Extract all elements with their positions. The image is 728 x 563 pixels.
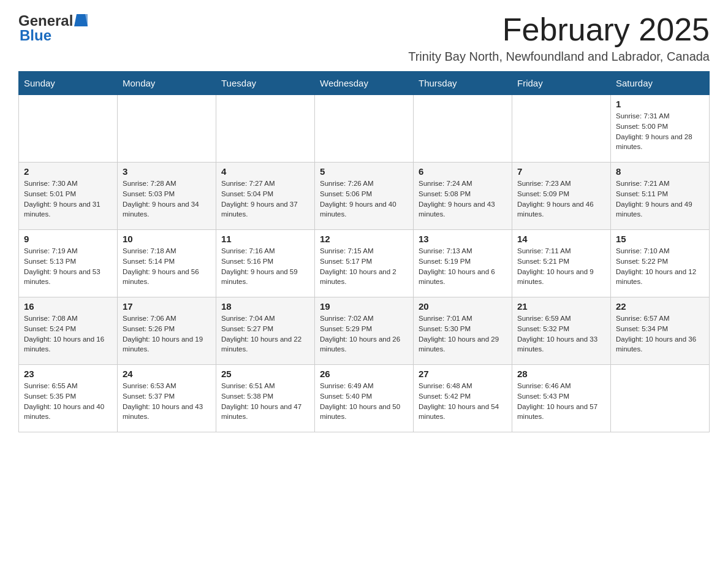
day-info: Sunrise: 7:27 AMSunset: 5:04 PMDaylight:… [221, 178, 309, 220]
column-header-saturday: Saturday [611, 72, 710, 95]
day-info: Sunrise: 7:10 AMSunset: 5:22 PMDaylight:… [616, 246, 704, 287]
day-number: 12 [320, 234, 408, 244]
calendar-cell: 28Sunrise: 6:46 AMSunset: 5:43 PMDayligh… [512, 365, 611, 432]
day-number: 23 [24, 369, 112, 379]
main-title: February 2025 [408, 12, 710, 47]
day-info: Sunrise: 6:48 AMSunset: 5:42 PMDaylight:… [419, 381, 507, 422]
calendar-cell: 20Sunrise: 7:01 AMSunset: 5:30 PMDayligh… [414, 297, 512, 365]
day-number: 22 [616, 301, 704, 312]
day-info: Sunrise: 6:46 AMSunset: 5:43 PMDaylight:… [517, 381, 605, 422]
logo-blue-text: Blue [18, 27, 51, 44]
calendar-cell: 2Sunrise: 7:30 AMSunset: 5:01 PMDaylight… [19, 163, 118, 230]
day-info: Sunrise: 6:59 AMSunset: 5:32 PMDaylight:… [517, 313, 605, 354]
calendar-cell: 6Sunrise: 7:24 AMSunset: 5:08 PMDaylight… [414, 163, 512, 230]
calendar-cell: 22Sunrise: 6:57 AMSunset: 5:34 PMDayligh… [611, 297, 710, 365]
calendar-cell [216, 95, 315, 163]
column-header-friday: Friday [512, 72, 611, 95]
title-section: February 2025 Trinity Bay North, Newfoun… [408, 12, 710, 64]
subtitle: Trinity Bay North, Newfoundland and Labr… [408, 50, 710, 64]
calendar-table: SundayMondayTuesdayWednesdayThursdayFrid… [18, 71, 710, 432]
day-number: 5 [320, 166, 408, 177]
calendar-cell [315, 95, 414, 163]
day-info: Sunrise: 7:24 AMSunset: 5:08 PMDaylight:… [419, 178, 507, 220]
day-info: Sunrise: 6:55 AMSunset: 5:35 PMDaylight:… [24, 381, 112, 422]
calendar-cell: 17Sunrise: 7:06 AMSunset: 5:26 PMDayligh… [118, 297, 216, 365]
day-info: Sunrise: 7:28 AMSunset: 5:03 PMDaylight:… [123, 178, 211, 220]
calendar-week-row: 16Sunrise: 7:08 AMSunset: 5:24 PMDayligh… [19, 297, 710, 365]
day-info: Sunrise: 7:21 AMSunset: 5:11 PMDaylight:… [616, 178, 704, 220]
day-info: Sunrise: 7:06 AMSunset: 5:26 PMDaylight:… [123, 313, 211, 354]
calendar-cell: 11Sunrise: 7:16 AMSunset: 5:16 PMDayligh… [216, 230, 315, 297]
calendar-cell: 7Sunrise: 7:23 AMSunset: 5:09 PMDaylight… [512, 163, 611, 230]
calendar-week-row: 9Sunrise: 7:19 AMSunset: 5:13 PMDaylight… [19, 230, 710, 297]
logo: General Blue [18, 12, 88, 44]
day-info: Sunrise: 7:04 AMSunset: 5:27 PMDaylight:… [221, 313, 309, 354]
column-header-thursday: Thursday [414, 72, 512, 95]
day-number: 8 [616, 166, 704, 177]
calendar-week-row: 2Sunrise: 7:30 AMSunset: 5:01 PMDaylight… [19, 163, 710, 230]
calendar-cell: 23Sunrise: 6:55 AMSunset: 5:35 PMDayligh… [19, 365, 118, 432]
day-number: 20 [419, 301, 507, 312]
day-info: Sunrise: 7:15 AMSunset: 5:17 PMDaylight:… [320, 246, 408, 287]
day-number: 25 [221, 369, 309, 379]
calendar-cell: 14Sunrise: 7:11 AMSunset: 5:21 PMDayligh… [512, 230, 611, 297]
day-number: 7 [517, 166, 605, 177]
calendar-week-row: 1Sunrise: 7:31 AMSunset: 5:00 PMDaylight… [19, 95, 710, 163]
day-number: 28 [517, 369, 605, 379]
day-number: 9 [24, 234, 112, 244]
calendar-cell [118, 95, 216, 163]
column-header-monday: Monday [118, 72, 216, 95]
day-info: Sunrise: 6:53 AMSunset: 5:37 PMDaylight:… [123, 381, 211, 422]
day-number: 14 [517, 234, 605, 244]
day-info: Sunrise: 7:23 AMSunset: 5:09 PMDaylight:… [517, 178, 605, 220]
calendar-cell: 25Sunrise: 6:51 AMSunset: 5:38 PMDayligh… [216, 365, 315, 432]
day-number: 24 [123, 369, 211, 379]
day-number: 10 [123, 234, 211, 244]
day-number: 1 [616, 99, 704, 109]
day-number: 16 [24, 301, 112, 312]
day-info: Sunrise: 7:01 AMSunset: 5:30 PMDaylight:… [419, 313, 507, 354]
calendar-cell: 27Sunrise: 6:48 AMSunset: 5:42 PMDayligh… [414, 365, 512, 432]
day-number: 6 [419, 166, 507, 177]
calendar-cell: 3Sunrise: 7:28 AMSunset: 5:03 PMDaylight… [118, 163, 216, 230]
day-number: 4 [221, 166, 309, 177]
column-header-tuesday: Tuesday [216, 72, 315, 95]
day-number: 27 [419, 369, 507, 379]
day-info: Sunrise: 7:11 AMSunset: 5:21 PMDaylight:… [517, 246, 605, 287]
calendar-week-row: 23Sunrise: 6:55 AMSunset: 5:35 PMDayligh… [19, 365, 710, 432]
day-info: Sunrise: 6:49 AMSunset: 5:40 PMDaylight:… [320, 381, 408, 422]
day-info: Sunrise: 6:51 AMSunset: 5:38 PMDaylight:… [221, 381, 309, 422]
day-info: Sunrise: 7:13 AMSunset: 5:19 PMDaylight:… [419, 246, 507, 287]
day-number: 2 [24, 166, 112, 177]
day-number: 15 [616, 234, 704, 244]
day-number: 17 [123, 301, 211, 312]
day-info: Sunrise: 7:19 AMSunset: 5:13 PMDaylight:… [24, 246, 112, 287]
calendar-cell [414, 95, 512, 163]
calendar-cell: 16Sunrise: 7:08 AMSunset: 5:24 PMDayligh… [19, 297, 118, 365]
calendar-cell: 18Sunrise: 7:04 AMSunset: 5:27 PMDayligh… [216, 297, 315, 365]
day-info: Sunrise: 7:18 AMSunset: 5:14 PMDaylight:… [123, 246, 211, 287]
calendar-cell: 13Sunrise: 7:13 AMSunset: 5:19 PMDayligh… [414, 230, 512, 297]
day-info: Sunrise: 7:31 AMSunset: 5:00 PMDaylight:… [616, 111, 704, 152]
calendar-header-row: SundayMondayTuesdayWednesdayThursdayFrid… [19, 72, 710, 95]
calendar-cell: 15Sunrise: 7:10 AMSunset: 5:22 PMDayligh… [611, 230, 710, 297]
calendar-cell: 21Sunrise: 6:59 AMSunset: 5:32 PMDayligh… [512, 297, 611, 365]
calendar-cell: 5Sunrise: 7:26 AMSunset: 5:06 PMDaylight… [315, 163, 414, 230]
day-number: 21 [517, 301, 605, 312]
calendar-cell: 9Sunrise: 7:19 AMSunset: 5:13 PMDaylight… [19, 230, 118, 297]
calendar-cell [19, 95, 118, 163]
day-number: 11 [221, 234, 309, 244]
day-number: 18 [221, 301, 309, 312]
calendar-cell: 26Sunrise: 6:49 AMSunset: 5:40 PMDayligh… [315, 365, 414, 432]
calendar-cell [512, 95, 611, 163]
calendar-cell: 1Sunrise: 7:31 AMSunset: 5:00 PMDaylight… [611, 95, 710, 163]
day-info: Sunrise: 7:02 AMSunset: 5:29 PMDaylight:… [320, 313, 408, 354]
day-number: 19 [320, 301, 408, 312]
calendar-cell: 19Sunrise: 7:02 AMSunset: 5:29 PMDayligh… [315, 297, 414, 365]
day-info: Sunrise: 7:16 AMSunset: 5:16 PMDaylight:… [221, 246, 309, 287]
calendar-cell: 24Sunrise: 6:53 AMSunset: 5:37 PMDayligh… [118, 365, 216, 432]
logo-arrow-icon [74, 14, 88, 29]
day-info: Sunrise: 7:08 AMSunset: 5:24 PMDaylight:… [24, 313, 112, 354]
day-info: Sunrise: 7:26 AMSunset: 5:06 PMDaylight:… [320, 178, 408, 220]
column-header-sunday: Sunday [19, 72, 118, 95]
